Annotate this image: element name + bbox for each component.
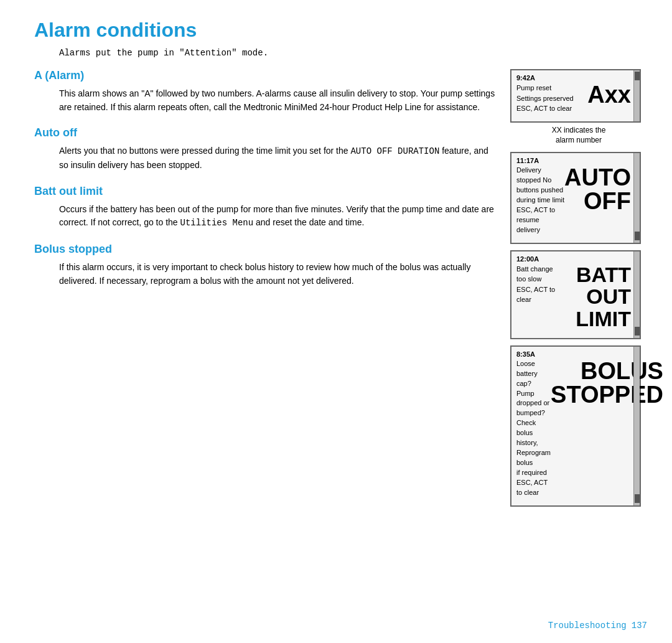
- intro-text: Alarms put the pump in "Attention" mode.: [59, 48, 647, 58]
- footer-page: 137: [632, 621, 647, 631]
- bolus-display: 8:35A Loose battery cap? Pump dropped or…: [510, 345, 641, 507]
- bolus-line1: BOLUS: [551, 359, 663, 383]
- section-a-alarm: A (Alarm) This alarm shows an "A" follow…: [34, 69, 498, 114]
- auto-off-time: 11:17A: [516, 157, 631, 164]
- bolus-time: 8:35A: [516, 350, 631, 358]
- auto-off-line1: AUTO: [564, 166, 631, 189]
- section-bolus-stopped: Bolus stopped If this alarm occurs, it i…: [34, 243, 498, 288]
- bolus-sub-5: Reprogram bolus: [516, 448, 551, 468]
- bolus-inner: 8:35A Loose battery cap? Pump dropped or…: [516, 350, 631, 498]
- axx-note: XX indicates thealarm number: [510, 125, 647, 146]
- footer-section: Troubleshooting: [548, 621, 627, 631]
- bolus-sub-3: bumped?: [516, 408, 551, 418]
- axx-time: 9:42A: [516, 74, 631, 82]
- section-auto-off: Auto off Alerts you that no buttons were…: [34, 126, 498, 172]
- bolus-sub-2: Pump dropped or: [516, 389, 551, 409]
- bolus-line2: STOPPED: [551, 383, 663, 406]
- axx-main-text: Axx: [587, 83, 631, 106]
- axx-sub-line-3: ESC, ACT to clear: [516, 103, 574, 114]
- section-batt-out-limit: Batt out limit Occurs if the battery has…: [34, 185, 498, 230]
- batt-display-wrapper: 12:00A Batt change too slow ESC, ACT to …: [510, 250, 647, 339]
- auto-off-main: AUTO OFF: [564, 166, 631, 213]
- bolus-scrollbar: [633, 347, 640, 505]
- batt-sub-3: ESC, ACT to clear: [516, 284, 556, 305]
- section-body-bolus-stopped: If this alarm occurs, it is very importa…: [59, 261, 498, 288]
- bolus-main: BOLUS STOPPED: [551, 359, 663, 406]
- auto-off-sub-4: ESC, ACT to resume: [516, 205, 564, 225]
- axx-display-wrapper: 9:42A Pump reset Settings preserved ESC,…: [510, 69, 647, 146]
- batt-time: 12:00A: [516, 255, 631, 263]
- section-title-bolus-stopped: Bolus stopped: [34, 243, 498, 256]
- bolus-row: Loose battery cap? Pump dropped or bumpe…: [516, 359, 631, 498]
- section-title-a-alarm: A (Alarm): [34, 69, 498, 82]
- axx-sub-line-1: Pump reset: [516, 83, 574, 93]
- axx-display: 9:42A Pump reset Settings preserved ESC,…: [510, 69, 641, 123]
- left-column: A (Alarm) This alarm shows an "A" follow…: [34, 69, 498, 507]
- page-title: Alarm conditions: [34, 19, 647, 42]
- batt-scroll-thumb: [635, 327, 640, 336]
- right-column: 9:42A Pump reset Settings preserved ESC,…: [510, 69, 647, 507]
- axx-header-row: Pump reset Settings preserved ESC, ACT t…: [516, 83, 631, 114]
- auto-off-sub-3: during time limit: [516, 195, 564, 205]
- axx-scrollbar: [633, 70, 640, 121]
- auto-off-scroll-thumb: [635, 232, 640, 240]
- batt-scrollbar: [633, 251, 640, 338]
- batt-line2: OUT LIMIT: [556, 286, 631, 330]
- bolus-sub: Loose battery cap? Pump dropped or bumpe…: [516, 359, 551, 498]
- footer: Troubleshooting 137: [548, 621, 647, 631]
- batt-sub-1: Batt change: [516, 264, 556, 275]
- bolus-scroll-thumb: [635, 494, 640, 503]
- axx-sub-line-2: Settings preserved: [516, 93, 574, 104]
- bolus-display-wrapper: 8:35A Loose battery cap? Pump dropped or…: [510, 345, 647, 507]
- auto-off-sub-1: Delivery stopped No: [516, 166, 564, 185]
- auto-off-inner: 11:17A Delivery stopped No buttons pushe…: [516, 157, 631, 235]
- auto-off-display: 11:17A Delivery stopped No buttons pushe…: [510, 152, 641, 244]
- batt-row: Batt change too slow ESC, ACT to clear B…: [516, 264, 631, 331]
- auto-off-sub: Delivery stopped No buttons pushed durin…: [516, 166, 564, 235]
- auto-off-scrollbar: [633, 153, 640, 243]
- bolus-sub-6: if required: [516, 468, 551, 478]
- auto-off-line2: OFF: [564, 189, 631, 213]
- bolus-sub-1: Loose battery cap?: [516, 359, 551, 389]
- bolus-sub-4: Check bolus history,: [516, 418, 551, 448]
- batt-sub-2: too slow: [516, 274, 556, 284]
- auto-off-display-wrapper: 11:17A Delivery stopped No buttons pushe…: [510, 152, 647, 244]
- auto-off-sub-2: buttons pushed: [516, 185, 564, 195]
- batt-line1: BATT: [556, 264, 631, 286]
- section-title-auto-off: Auto off: [34, 126, 498, 139]
- content-area: A (Alarm) This alarm shows an "A" follow…: [34, 69, 647, 507]
- axx-display-inner: 9:42A Pump reset Settings preserved ESC,…: [516, 74, 631, 114]
- section-title-batt-out-limit: Batt out limit: [34, 185, 498, 198]
- bolus-sub-7: ESC, ACT to clear: [516, 478, 551, 498]
- section-body-a-alarm: This alarm shows an "A" followed by two …: [59, 87, 498, 114]
- batt-display: 12:00A Batt change too slow ESC, ACT to …: [510, 250, 641, 339]
- axx-scroll-thumb: [635, 72, 640, 80]
- auto-off-row: Delivery stopped No buttons pushed durin…: [516, 166, 631, 235]
- batt-main: BATT OUT LIMIT: [556, 264, 631, 331]
- auto-off-sub-5: delivery: [516, 225, 564, 235]
- batt-inner: 12:00A Batt change too slow ESC, ACT to …: [516, 255, 631, 331]
- batt-sub: Batt change too slow ESC, ACT to clear: [516, 264, 556, 305]
- section-body-batt-out-limit: Occurs if the battery has been out of th…: [59, 203, 498, 230]
- axx-sub-text: Pump reset Settings preserved ESC, ACT t…: [516, 83, 574, 114]
- section-body-auto-off: Alerts you that no buttons were pressed …: [59, 144, 498, 172]
